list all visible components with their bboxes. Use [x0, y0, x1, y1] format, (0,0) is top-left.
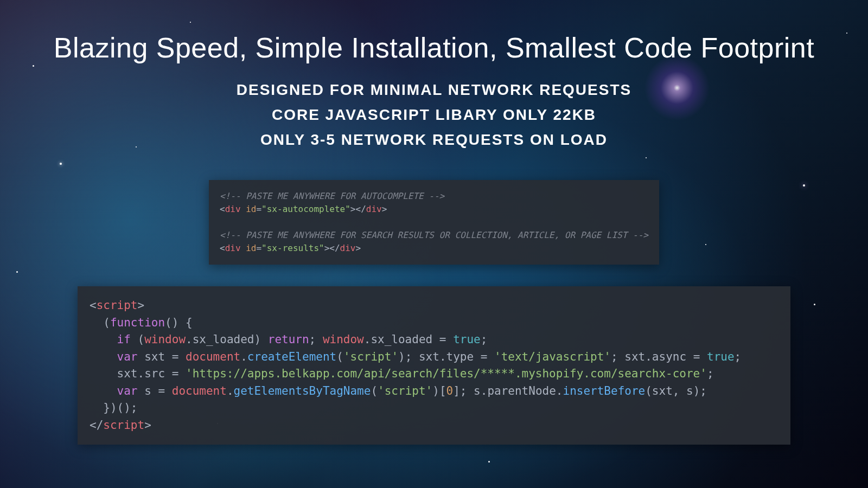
subtitle-1: DESIGNED FOR MINIMAL NETWORK REQUESTS: [0, 81, 868, 99]
script-snippet-box: <script> (function() { if (window.sx_loa…: [78, 286, 790, 445]
slide-title: Blazing Speed, Simple Installation, Smal…: [0, 31, 868, 64]
html-snippet-box: <!-- PASTE ME ANYWHERE FOR AUTOCOMPLETE …: [209, 180, 659, 265]
subtitle-3: ONLY 3-5 NETWORK REQUESTS ON LOAD: [0, 131, 868, 149]
html-snippet: <!-- PASTE ME ANYWHERE FOR AUTOCOMPLETE …: [220, 190, 648, 255]
script-snippet: <script> (function() { if (window.sx_loa…: [90, 297, 778, 434]
subtitle-2: CORE JAVASCRIPT LIBARY ONLY 22KB: [0, 106, 868, 124]
